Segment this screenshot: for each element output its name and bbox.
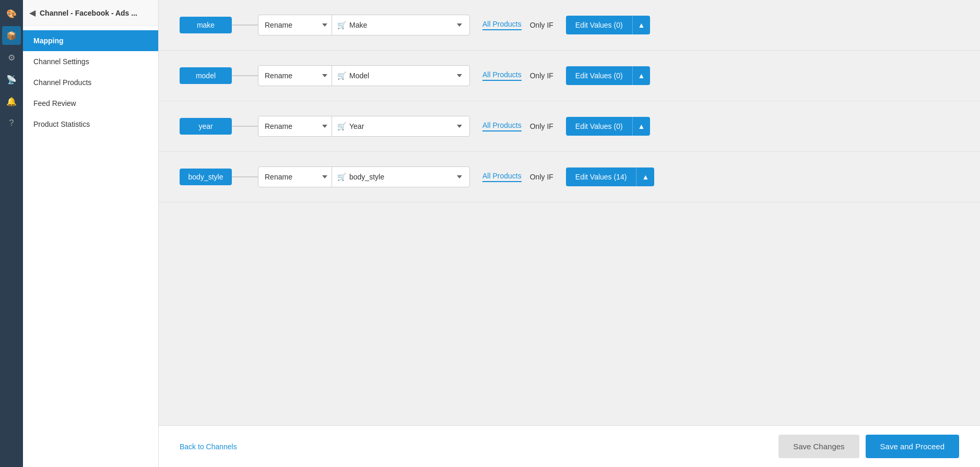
- field-tag-year: year: [180, 118, 232, 135]
- save-changes-button[interactable]: Save Changes: [778, 435, 859, 458]
- footer: Back to Channels Save Changes Save and P…: [159, 425, 980, 467]
- all-products-tab-body-style[interactable]: All Products: [482, 172, 522, 182]
- edit-values-expand-body-style[interactable]: ▲: [636, 167, 654, 186]
- sidebar-item-channel-products[interactable]: Channel Products: [23, 72, 158, 93]
- gear-icon[interactable]: ⚙: [2, 48, 21, 67]
- save-proceed-button[interactable]: Save and Proceed: [866, 435, 959, 458]
- rename-select-make[interactable]: Rename Static Value Template: [258, 16, 332, 34]
- only-if-tab-body-style[interactable]: Only IF: [530, 173, 553, 181]
- field-tag-make: make: [180, 17, 232, 33]
- edit-values-expand-year[interactable]: ▲: [632, 117, 651, 136]
- edit-values-group-year: Edit Values (0) ▲: [566, 117, 651, 136]
- back-to-channels-button[interactable]: Back to Channels: [180, 442, 237, 451]
- cart-icon-make: 🛒: [337, 21, 346, 29]
- field-tag-body-style: body_style: [180, 169, 232, 185]
- sidebar-channel-title: Channel - Facebook - Ads ...: [40, 9, 137, 17]
- products-filter-year: All Products Only IF: [482, 121, 553, 131]
- mapping-controls-model: Rename Static Value Template 🛒 Model Mak…: [258, 65, 470, 86]
- products-filter-body-style: All Products Only IF: [482, 172, 553, 182]
- field-select-wrap-model: 🛒 Model Make Year: [332, 71, 469, 80]
- field-select-make[interactable]: Make Model Year: [349, 21, 464, 29]
- main-area: make Rename Static Value Template 🛒 Make…: [159, 0, 980, 467]
- mapping-row-body-style: body_style Rename Static Value Template …: [159, 152, 980, 202]
- mapping-row-year: year Rename Static Value Template 🛒 Year…: [159, 101, 980, 152]
- field-tag-model: model: [180, 67, 232, 84]
- edit-values-button-body-style[interactable]: Edit Values (14): [566, 167, 636, 186]
- field-select-wrap-year: 🛒 Year Make Model: [332, 122, 469, 130]
- mapping-row-make: make Rename Static Value Template 🛒 Make…: [159, 0, 980, 51]
- sidebar-item-product-statistics[interactable]: Product Statistics: [23, 114, 158, 135]
- field-select-wrap-make: 🛒 Make Model Year: [332, 21, 469, 29]
- products-filter-model: All Products Only IF: [482, 70, 553, 81]
- field-select-wrap-body-style: 🛒 body_style Make Model: [332, 173, 469, 181]
- icon-bar: 🎨 📦 ⚙ 📡 🔔 ?: [0, 0, 23, 467]
- mapping-controls-year: Rename Static Value Template 🛒 Year Make…: [258, 116, 470, 137]
- only-if-tab-year[interactable]: Only IF: [530, 122, 553, 130]
- cart-icon-year: 🛒: [337, 122, 346, 130]
- back-chevron-icon[interactable]: ◀: [29, 8, 36, 18]
- connector-body-style: [232, 176, 258, 177]
- sidebar-nav: Mapping Channel Settings Channel Product…: [23, 26, 158, 139]
- edit-values-group-model: Edit Values (0) ▲: [566, 66, 651, 85]
- edit-values-button-year[interactable]: Edit Values (0): [566, 117, 632, 136]
- only-if-tab-model[interactable]: Only IF: [530, 71, 553, 80]
- edit-values-button-make[interactable]: Edit Values (0): [566, 16, 632, 34]
- sidebar-item-mapping[interactable]: Mapping: [23, 30, 158, 51]
- sidebar-item-channel-settings[interactable]: Channel Settings: [23, 51, 158, 72]
- cart-icon-body-style: 🛒: [337, 173, 346, 181]
- all-products-tab-make[interactable]: All Products: [482, 20, 522, 30]
- sidebar-item-feed-review[interactable]: Feed Review: [23, 93, 158, 114]
- field-select-year[interactable]: Year Make Model: [349, 122, 464, 130]
- footer-actions: Save Changes Save and Proceed: [778, 435, 959, 458]
- only-if-tab-make[interactable]: Only IF: [530, 21, 553, 29]
- products-filter-make: All Products Only IF: [482, 20, 553, 30]
- all-products-tab-model[interactable]: All Products: [482, 70, 522, 81]
- broadcast-icon[interactable]: 📡: [2, 70, 21, 89]
- sidebar: ◀ Channel - Facebook - Ads ... Mapping C…: [23, 0, 159, 467]
- rename-select-year[interactable]: Rename Static Value Template: [258, 117, 332, 136]
- all-products-tab-year[interactable]: All Products: [482, 121, 522, 131]
- edit-values-expand-model[interactable]: ▲: [632, 66, 651, 85]
- content-area: make Rename Static Value Template 🛒 Make…: [159, 0, 980, 425]
- edit-values-button-model[interactable]: Edit Values (0): [566, 66, 632, 85]
- connector-make: [232, 25, 258, 26]
- rename-select-model[interactable]: Rename Static Value Template: [258, 66, 332, 85]
- box-icon[interactable]: 📦: [2, 26, 21, 45]
- edit-values-group-body-style: Edit Values (14) ▲: [566, 167, 654, 186]
- connector-year: [232, 126, 258, 127]
- connector-model: [232, 75, 258, 76]
- mapping-controls-make: Rename Static Value Template 🛒 Make Mode…: [258, 15, 470, 35]
- rename-select-body-style[interactable]: Rename Static Value Template: [258, 167, 332, 186]
- sidebar-header: ◀ Channel - Facebook - Ads ...: [23, 0, 158, 26]
- help-icon[interactable]: ?: [2, 114, 21, 133]
- bell-icon[interactable]: 🔔: [2, 92, 21, 111]
- palette-icon[interactable]: 🎨: [2, 4, 21, 23]
- field-select-model[interactable]: Model Make Year: [349, 71, 464, 80]
- edit-values-expand-make[interactable]: ▲: [632, 16, 651, 34]
- cart-icon-model: 🛒: [337, 71, 346, 80]
- field-select-body-style[interactable]: body_style Make Model: [349, 173, 464, 181]
- edit-values-group-make: Edit Values (0) ▲: [566, 16, 651, 34]
- mapping-controls-body-style: Rename Static Value Template 🛒 body_styl…: [258, 166, 470, 187]
- mapping-row-model: model Rename Static Value Template 🛒 Mod…: [159, 51, 980, 101]
